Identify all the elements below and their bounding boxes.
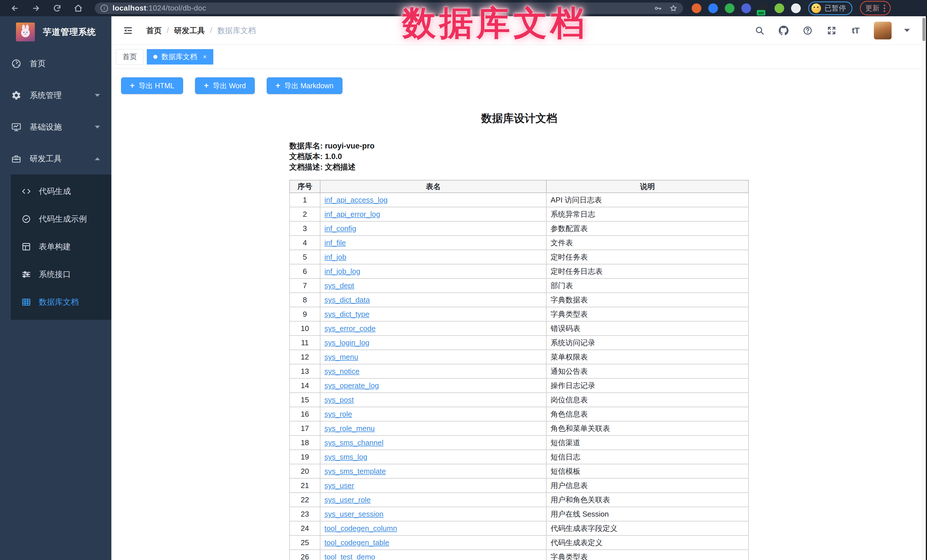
sidebar-item-system[interactable]: 系统管理: [0, 79, 111, 111]
table-row: 4inf_file文件表: [290, 235, 749, 250]
sidebar-item-label: 代码生成示例: [39, 214, 87, 225]
page-scrollbar-track[interactable]: [922, 16, 926, 560]
site-info-icon[interactable]: i: [100, 5, 108, 12]
fullscreen-icon[interactable]: [826, 25, 837, 36]
table-name-link[interactable]: sys_user_role: [324, 495, 371, 504]
row-index: 10: [290, 321, 320, 335]
table-name-link[interactable]: sys_dict_data: [324, 296, 370, 304]
breadcrumb-home[interactable]: 首页: [146, 26, 162, 36]
export-markdown-button[interactable]: + 导出 Markdown: [267, 77, 342, 94]
sidebar-collapse-icon[interactable]: [122, 24, 134, 37]
column-header-name: 表名: [320, 180, 546, 193]
table-name-link[interactable]: sys_dept: [324, 281, 354, 290]
table-name-link[interactable]: sys_role_menu: [324, 424, 375, 433]
sidebar-item-db-doc[interactable]: 数据库文档: [11, 288, 111, 316]
sidebar-item-infrastructure[interactable]: 基础设施: [0, 111, 111, 143]
table-row: 11sys_login_log系统访问记录: [290, 335, 749, 350]
font-size-icon[interactable]: tT: [850, 25, 861, 36]
export-word-button[interactable]: + 导出 Word: [195, 77, 255, 94]
breadcrumb-devtools[interactable]: 研发工具: [174, 26, 205, 36]
page-scrollbar-thumb[interactable]: [922, 18, 925, 41]
row-description: 用户信息表: [546, 478, 749, 493]
tab-home[interactable]: 首页: [116, 49, 143, 65]
table-name-link[interactable]: inf_job_log: [324, 267, 360, 276]
row-index: 26: [290, 550, 320, 560]
extension-puzzle-icon[interactable]: [791, 3, 801, 13]
table-name-link[interactable]: sys_login_log: [324, 338, 369, 347]
browser-menu-icon[interactable]: [884, 5, 885, 6]
extension-green-check-icon[interactable]: [725, 3, 734, 13]
table-name-link[interactable]: inf_job: [324, 253, 346, 261]
table-name-link[interactable]: tool_codegen_column: [324, 524, 397, 533]
table-row: 26tool_test_demo字典类型表: [290, 550, 749, 560]
chevron-up-icon: [95, 157, 100, 160]
table-name-link[interactable]: inf_api_access_log: [324, 196, 388, 204]
sidebar-item-form-builder[interactable]: 表单构建: [11, 233, 111, 260]
user-menu-caret-icon[interactable]: [904, 29, 910, 32]
extension-dark-on-icon[interactable]: on: [758, 3, 767, 13]
table-name-link[interactable]: sys_role: [324, 410, 352, 418]
row-table-name: sys_dict_data: [320, 293, 546, 307]
row-table-name: tool_test_demo: [320, 550, 546, 560]
sidebar-item-api[interactable]: 系统接口: [11, 260, 111, 288]
table-row: 25tool_codegen_table代码生成表定义: [290, 536, 749, 550]
sidebar: 芋道管理系统 首页 系统管理 基础设施: [0, 16, 111, 560]
active-tab-dot: [153, 55, 157, 59]
address-bar[interactable]: i localhost:1024/tool/db-doc: [95, 3, 683, 14]
browser-forward-button[interactable]: [31, 3, 41, 14]
table-name-link[interactable]: sys_sms_channel: [324, 439, 383, 447]
table-name-link[interactable]: tool_codegen_table: [324, 538, 389, 547]
table-name-link[interactable]: tool_test_demo: [324, 552, 375, 560]
navbar-actions: tT: [754, 22, 927, 39]
sidebar-item-devtools[interactable]: 研发工具: [0, 143, 111, 175]
row-description: 短信渠道: [546, 436, 749, 450]
sidebar-item-codegen-demo[interactable]: 代码生成示例: [11, 205, 111, 233]
table-name-link[interactable]: sys_post: [324, 396, 354, 404]
table-name-link[interactable]: sys_user_session: [324, 510, 383, 518]
paused-extension-badge[interactable]: 已暂停: [808, 2, 853, 15]
table-name-link[interactable]: sys_notice: [324, 367, 360, 375]
help-icon[interactable]: [802, 25, 813, 36]
browser-update-button[interactable]: 更新: [860, 1, 891, 15]
row-index: 11: [290, 335, 320, 350]
row-table-name: sys_user: [320, 478, 546, 493]
table-name-link[interactable]: inf_config: [324, 224, 356, 233]
browser-home-button[interactable]: [73, 3, 84, 14]
table-name-link[interactable]: sys_sms_log: [324, 453, 367, 461]
search-icon[interactable]: [754, 25, 765, 36]
table-name-link[interactable]: sys_dict_type: [324, 310, 369, 319]
extension-pin-blue-icon[interactable]: [708, 3, 718, 13]
app-logo-row[interactable]: 芋道管理系统: [0, 16, 111, 41]
row-description: 用户和角色关联表: [546, 493, 749, 507]
user-avatar[interactable]: [874, 22, 892, 39]
password-key-icon[interactable]: [654, 4, 662, 12]
extension-leaf-icon[interactable]: [775, 3, 784, 13]
tab-close-icon[interactable]: ×: [203, 53, 207, 61]
sidebar-item-home[interactable]: 首页: [0, 48, 111, 79]
table-name-link[interactable]: sys_sms_template: [324, 467, 386, 475]
extension-grid-icon[interactable]: [742, 3, 751, 13]
sidebar-item-label: 系统接口: [39, 269, 71, 280]
row-description: 操作日志记录: [546, 378, 749, 393]
row-description: 角色信息表: [546, 407, 749, 421]
bookmark-star-icon[interactable]: [669, 4, 678, 12]
tab-db-doc[interactable]: 数据库文档 ×: [147, 49, 213, 65]
table-name-link[interactable]: sys_menu: [324, 353, 359, 361]
row-description: API 访问日志表: [546, 193, 749, 207]
table-name-link[interactable]: inf_api_error_log: [324, 210, 380, 219]
table-name-link[interactable]: sys_error_code: [324, 324, 375, 333]
extensions-area: on: [692, 3, 801, 13]
row-index: 21: [290, 478, 320, 493]
sidebar-item-codegen[interactable]: 代码生成: [11, 178, 111, 205]
export-html-button[interactable]: + 导出 HTML: [121, 77, 183, 94]
extension-orange-icon[interactable]: [692, 3, 701, 13]
github-icon[interactable]: [778, 25, 789, 36]
browser-back-button[interactable]: [10, 3, 20, 14]
row-description: 通知公告表: [546, 364, 749, 378]
row-table-name: sys_menu: [320, 350, 546, 364]
table-name-link[interactable]: sys_user: [324, 481, 354, 490]
table-name-link[interactable]: sys_operate_log: [324, 381, 379, 390]
browser-reload-button[interactable]: [52, 3, 62, 14]
table-row: 12sys_menu菜单权限表: [290, 350, 749, 364]
table-name-link[interactable]: inf_file: [324, 238, 346, 247]
